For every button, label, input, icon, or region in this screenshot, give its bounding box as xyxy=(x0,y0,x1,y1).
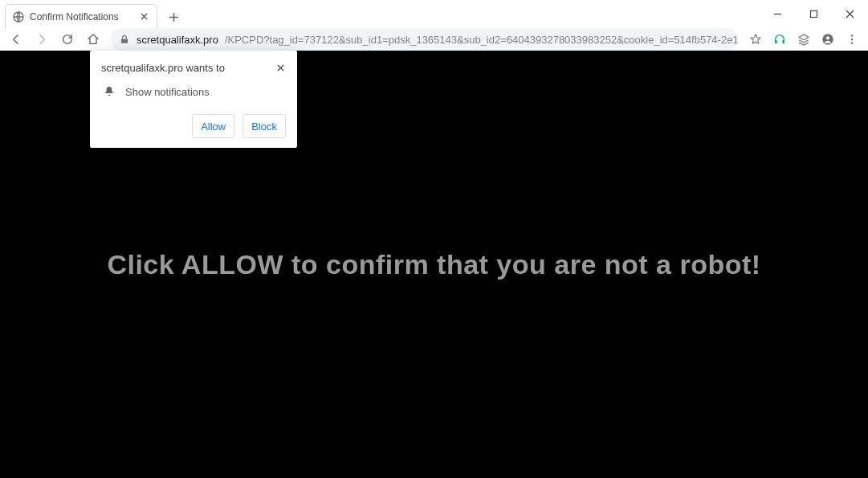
extension-stack-icon[interactable] xyxy=(793,28,815,51)
svg-point-8 xyxy=(851,39,853,40)
window-titlebar: Confirm Notifications xyxy=(0,0,868,28)
url-host: scretqualifaxk.pro xyxy=(137,34,218,46)
allow-button[interactable]: Allow xyxy=(192,114,234,138)
svg-point-9 xyxy=(851,42,853,43)
globe-icon xyxy=(12,10,25,23)
permission-label: Show notifications xyxy=(125,86,210,98)
home-button[interactable] xyxy=(82,28,104,51)
back-button[interactable] xyxy=(5,28,27,51)
browser-toolbar: scretqualifaxk.pro/KPCPD?tag_id=737122&s… xyxy=(0,28,868,51)
tabstrip: Confirm Notifications xyxy=(0,0,760,28)
lock-icon xyxy=(119,34,130,45)
window-close-button[interactable] xyxy=(832,2,868,27)
bell-icon xyxy=(103,85,116,98)
tab-title: Confirm Notifications xyxy=(30,11,132,22)
notification-permission-popup: scretqualifaxk.pro wants to Show notific… xyxy=(90,51,297,148)
url-path: /KPCPD?tag_id=737122&sub_id1=pdsk_136514… xyxy=(225,34,738,46)
forward-button[interactable] xyxy=(31,28,53,51)
maximize-button[interactable] xyxy=(796,2,832,27)
close-icon[interactable] xyxy=(275,62,286,73)
svg-point-6 xyxy=(826,36,829,39)
permission-origin-text: scretqualifaxk.pro wants to xyxy=(101,62,225,74)
bookmark-star-icon[interactable] xyxy=(744,28,767,51)
svg-rect-3 xyxy=(775,40,777,44)
address-bar[interactable]: scretqualifaxk.pro/KPCPD?tag_id=737122&s… xyxy=(111,28,738,51)
extension-icons xyxy=(744,28,863,51)
svg-point-7 xyxy=(851,35,853,36)
new-tab-button[interactable] xyxy=(162,6,185,28)
svg-rect-2 xyxy=(121,39,128,43)
kebab-menu-icon[interactable] xyxy=(841,28,863,51)
reload-button[interactable] xyxy=(56,28,79,51)
svg-rect-4 xyxy=(782,40,784,44)
main-instruction-text: Click ALLOW to confirm that you are not … xyxy=(107,249,760,280)
extension-headphones-icon[interactable] xyxy=(768,28,791,51)
svg-rect-1 xyxy=(811,11,817,18)
close-icon[interactable] xyxy=(137,10,150,23)
browser-tab[interactable]: Confirm Notifications xyxy=(5,4,157,28)
profile-avatar-icon[interactable] xyxy=(817,28,839,51)
block-button[interactable]: Block xyxy=(242,114,286,138)
minimize-button[interactable] xyxy=(760,2,796,27)
